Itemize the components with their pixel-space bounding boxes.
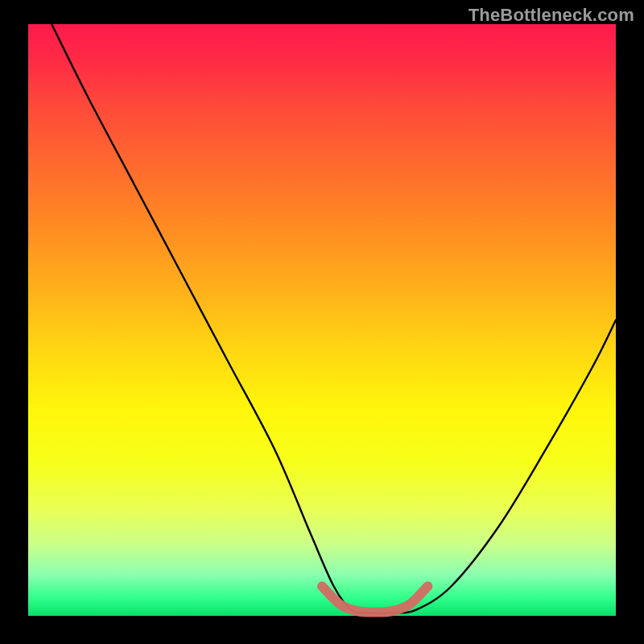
plot-background <box>28 24 616 616</box>
watermark-label: TheBottleneck.com <box>469 5 634 26</box>
chart-frame: TheBottleneck.com <box>0 0 644 644</box>
